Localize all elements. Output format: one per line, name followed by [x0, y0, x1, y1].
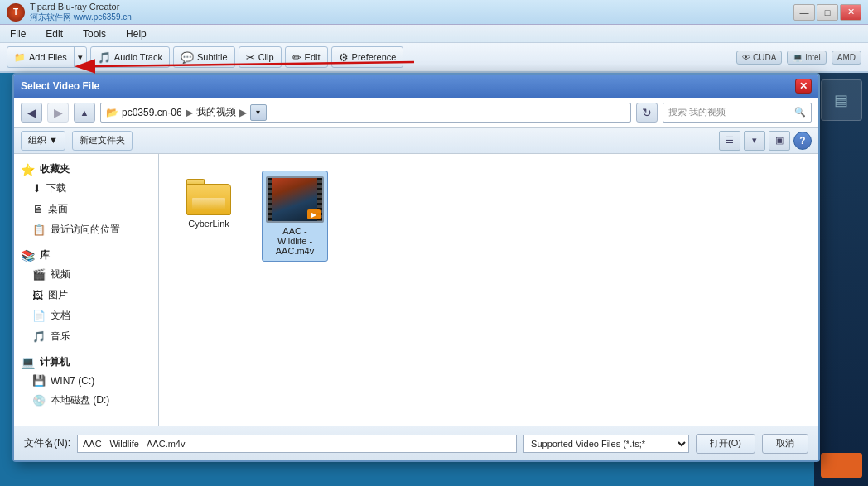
app-logo: T [7, 3, 25, 22]
dialog-close-button[interactable]: ✕ [795, 79, 812, 94]
help-button[interactable]: ? [793, 132, 812, 150]
file-item-video[interactable]: ▶ AAC - Wildlife - AAC.m4v [262, 171, 328, 262]
title-bar: T Tipard Blu-ray Creator 河东软件网 www.pc635… [0, 0, 868, 25]
video-icon: 🎬 [32, 268, 46, 281]
files-panel: CyberLink ▶ AAC - Wildlife - AAC.m4v [159, 154, 818, 426]
add-files-icon: 📁 [14, 52, 26, 63]
sidebar-item-win7[interactable]: 💾 WIN7 (C:) [14, 371, 158, 390]
subtitle-label: Subtitle [197, 52, 228, 62]
open-button[interactable]: 打开(O) [696, 434, 755, 454]
search-placeholder: 搜索 我的视频 [668, 106, 726, 118]
folder-icon-cyberlink [185, 176, 233, 215]
preference-button[interactable]: ⚙ Preference [331, 46, 404, 68]
file-item-cyberlink[interactable]: CyberLink [176, 171, 242, 262]
audio-track-button[interactable]: 🎵 Audio Track [90, 46, 170, 68]
win7-icon: 💾 [32, 374, 46, 387]
add-files-dropdown-arrow[interactable]: ▾ [75, 47, 86, 67]
left-panel: ⭐ 收藏夹 ⬇ 下载 🖥 桌面 📋 最近访问的位置 📚 [14, 154, 159, 426]
clip-label: Clip [258, 52, 274, 62]
view-list-button[interactable]: ☰ [719, 131, 740, 151]
back-button[interactable]: ◀ [21, 103, 42, 123]
filetype-select[interactable]: Supported Video Files (*.ts;* [523, 435, 689, 453]
add-files-main[interactable]: 📁 Add Files [7, 47, 75, 67]
menu-edit[interactable]: Edit [42, 26, 66, 41]
title-bar-left: T Tipard Blu-ray Creator 河东软件网 www.pc635… [7, 2, 132, 23]
recent-icon: 📋 [32, 224, 46, 236]
amd-badge: AMD [832, 51, 861, 65]
intel-chip-icon: 💻 [793, 53, 803, 62]
computer-header[interactable]: 💻 计算机 [14, 350, 158, 371]
sidebar-item-download[interactable]: ⬇ 下载 [14, 178, 158, 199]
cuda-icon: 👁 [742, 53, 750, 62]
sidebar-item-recent[interactable]: 📋 最近访问的位置 [14, 219, 158, 240]
library-header[interactable]: 📚 库 [14, 243, 158, 264]
download-label: 下载 [46, 181, 66, 195]
dialog-bottom-bar: 文件名(N): Supported Video Files (*.ts;* 打开… [14, 426, 818, 460]
favorites-section: ⭐ 收藏夹 ⬇ 下载 🖥 桌面 📋 最近访问的位置 [14, 157, 158, 240]
menu-help[interactable]: Help [123, 26, 150, 41]
download-icon: ⬇ [32, 182, 41, 195]
menu-tools[interactable]: Tools [80, 26, 109, 41]
add-files-button[interactable]: 📁 Add Files ▾ [7, 46, 87, 68]
edit-button[interactable]: ✏ Edit [285, 46, 328, 68]
right-app-panel: ▤ [814, 73, 868, 486]
breadcrumb-icon: 📂 [106, 107, 118, 118]
minimize-button[interactable]: — [793, 4, 815, 21]
filename-input[interactable] [77, 435, 517, 453]
right-panel-icon-1: ▤ [834, 91, 848, 109]
computer-section: 💻 计算机 💾 WIN7 (C:) 💿 本地磁盘 (D:) [14, 350, 158, 411]
breadcrumb-part1: pc0359.cn-06 [122, 107, 182, 118]
documents-label: 文档 [51, 309, 70, 323]
sidebar-item-pictures[interactable]: 🖼 图片 [14, 285, 158, 306]
sidebar-item-desktop[interactable]: 🖥 桌面 [14, 199, 158, 219]
local-disk-label: 本地磁盘 (D:) [51, 393, 109, 407]
edit-label: Edit [305, 52, 321, 62]
cyberlink-label: CyberLink [188, 219, 229, 229]
documents-icon: 📄 [32, 310, 46, 322]
search-icon: 🔍 [794, 107, 806, 118]
orange-action-button[interactable] [821, 453, 862, 478]
forward-button[interactable]: ▶ [47, 103, 69, 123]
desktop-label: 桌面 [48, 202, 68, 216]
refresh-button[interactable]: ↻ [636, 103, 658, 123]
sidebar-item-music[interactable]: 🎵 音乐 [14, 326, 158, 347]
right-panel-btn-1[interactable]: ▤ [821, 79, 862, 121]
folder-shine [192, 198, 225, 209]
view-dropdown-button[interactable]: ▾ [744, 131, 765, 151]
sidebar-item-video[interactable]: 🎬 视频 [14, 264, 158, 285]
new-folder-button[interactable]: 新建文件夹 [72, 131, 133, 151]
app-title: Tipard Blu-ray Creator [30, 2, 132, 12]
film-strip-left [268, 178, 272, 221]
subtitle-button[interactable]: 💬 Subtitle [173, 46, 235, 68]
cancel-button[interactable]: 取消 [762, 434, 808, 454]
up-button[interactable]: ▲ [74, 103, 95, 123]
address-bar: ◀ ▶ ▲ 📂 pc0359.cn-06 ▶ 我的视频 ▶ ▾ ↻ 搜索 我的视… [14, 98, 818, 128]
breadcrumb-bar[interactable]: 📂 pc0359.cn-06 ▶ 我的视频 ▶ ▾ [100, 103, 631, 123]
menu-file[interactable]: File [7, 26, 29, 41]
view-panel-button[interactable]: ▣ [769, 131, 790, 151]
app-subtitle: 河东软件网 www.pc6359.cn [30, 12, 132, 23]
audio-track-label: Audio Track [114, 52, 162, 62]
sidebar-item-local-disk[interactable]: 💿 本地磁盘 (D:) [14, 390, 158, 411]
main-toolbar: 📁 Add Files ▾ 🎵 Audio Track 💬 Subtitle ✂… [0, 43, 868, 73]
file-dialog: Select Video File ✕ ◀ ▶ ▲ 📂 pc0359.cn-06… [12, 73, 820, 462]
close-button[interactable]: ✕ [840, 4, 861, 21]
title-text-block: Tipard Blu-ray Creator 河东软件网 www.pc6359.… [30, 2, 132, 23]
amd-label: AMD [837, 53, 856, 62]
add-files-label: Add Files [29, 52, 67, 62]
breadcrumb-part2: 我的视频 [196, 105, 236, 119]
favorites-header[interactable]: ⭐ 收藏夹 [14, 157, 158, 178]
pictures-icon: 🖼 [32, 289, 43, 301]
organize-button[interactable]: 组织 ▼ [21, 131, 65, 151]
dialog-title-text: Select Video File [21, 80, 99, 92]
computer-label: 计算机 [40, 355, 70, 369]
search-box[interactable]: 搜索 我的视频 🔍 [663, 103, 812, 123]
sidebar-item-documents[interactable]: 📄 文档 [14, 306, 158, 326]
cuda-label: CUDA [753, 53, 776, 62]
filename-label: 文件名(N): [24, 436, 70, 450]
library-label: 库 [40, 248, 50, 262]
local-disk-icon: 💿 [32, 394, 46, 407]
clip-button[interactable]: ✂ Clip [239, 46, 282, 68]
breadcrumb-dropdown[interactable]: ▾ [250, 104, 267, 121]
maximize-button[interactable]: □ [817, 4, 838, 21]
